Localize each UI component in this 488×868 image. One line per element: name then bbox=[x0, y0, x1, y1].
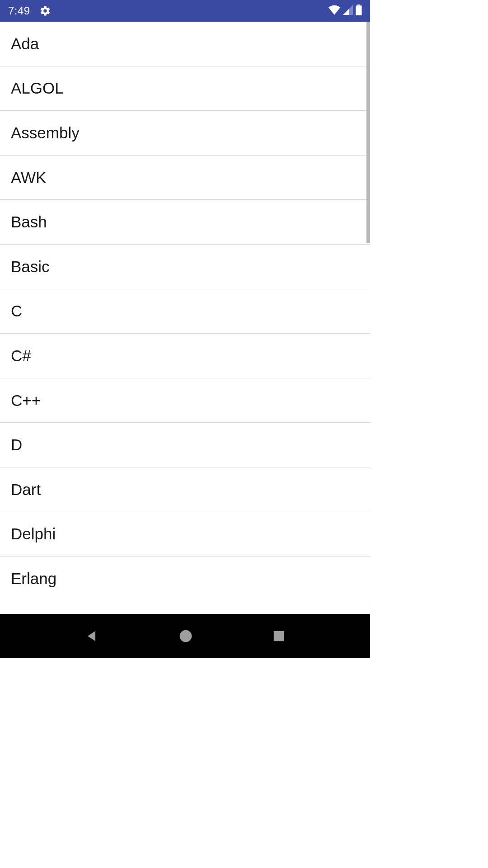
list-item[interactable]: C bbox=[0, 289, 370, 334]
list-item-label: Basic bbox=[11, 258, 50, 276]
list-item[interactable]: Erlang bbox=[0, 557, 370, 601]
list-item[interactable]: AWK bbox=[0, 156, 370, 200]
list-item-label: Dart bbox=[11, 481, 41, 499]
svg-point-2 bbox=[180, 630, 192, 642]
list-item[interactable]: Bash bbox=[0, 200, 370, 245]
list-item-label: C bbox=[11, 302, 22, 320]
recent-apps-button[interactable] bbox=[272, 629, 286, 643]
list-item-label: C++ bbox=[11, 392, 41, 410]
gear-icon bbox=[39, 5, 51, 17]
status-left: 7:49 bbox=[8, 5, 51, 17]
list-item-label: D bbox=[11, 436, 22, 454]
scrollbar-thumb[interactable] bbox=[366, 22, 370, 243]
list-item-label: Erlang bbox=[11, 570, 56, 588]
svg-rect-0 bbox=[357, 5, 361, 5]
language-list[interactable]: Ada ALGOL Assembly AWK Bash Basic C C# C… bbox=[0, 22, 370, 614]
svg-rect-3 bbox=[274, 631, 284, 642]
list-item[interactable]: Dart bbox=[0, 467, 370, 512]
list-item-label: AWK bbox=[11, 169, 46, 187]
navigation-bar bbox=[0, 614, 370, 658]
list-item[interactable]: C# bbox=[0, 334, 370, 378]
svg-rect-1 bbox=[356, 5, 361, 15]
list-item-label: Delphi bbox=[11, 525, 56, 543]
status-bar: 7:49 bbox=[0, 0, 370, 22]
home-button[interactable] bbox=[178, 629, 193, 643]
battery-icon bbox=[356, 5, 362, 17]
list-item[interactable]: ALGOL bbox=[0, 66, 370, 111]
list-item-label: ALGOL bbox=[11, 79, 64, 97]
wifi-icon bbox=[328, 5, 340, 17]
list-item[interactable]: Assembly bbox=[0, 111, 370, 156]
signal-icon bbox=[343, 5, 353, 17]
list-item[interactable]: C++ bbox=[0, 378, 370, 423]
list-item-label: Bash bbox=[11, 213, 47, 231]
back-button[interactable] bbox=[84, 628, 100, 644]
list-item[interactable]: D bbox=[0, 423, 370, 467]
status-clock: 7:49 bbox=[8, 5, 30, 17]
list-item-label: Assembly bbox=[11, 124, 80, 142]
list-item[interactable]: Basic bbox=[0, 245, 370, 289]
list-item-label: C# bbox=[11, 347, 31, 365]
list-item[interactable]: Ada bbox=[0, 22, 370, 66]
list-item-label: Ada bbox=[11, 35, 39, 53]
status-right bbox=[328, 5, 362, 17]
list-item[interactable]: Delphi bbox=[0, 512, 370, 557]
